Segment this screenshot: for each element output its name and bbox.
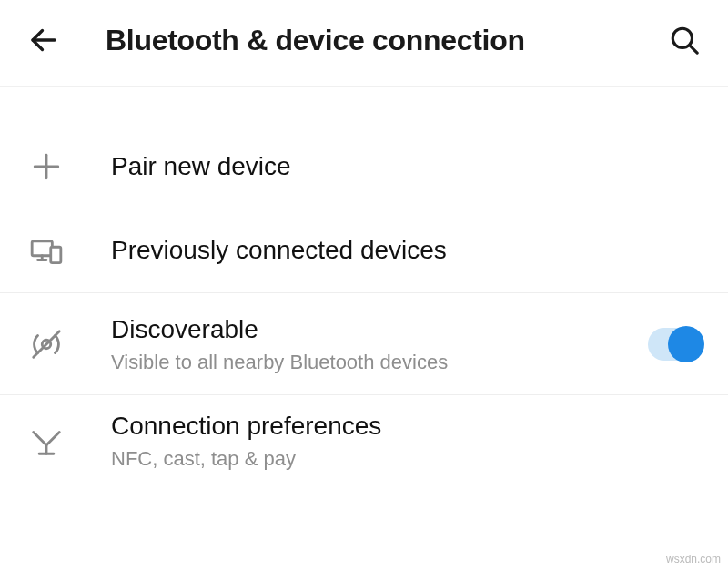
row-text: Pair new device [111, 136, 703, 198]
watermark: wsxdn.com [666, 553, 721, 566]
search-button[interactable] [666, 22, 703, 58]
connection-preferences-row[interactable]: Connection preferences NFC, cast, tap & … [0, 394, 728, 485]
broadcast-icon [25, 323, 67, 365]
page-title: Bluetooth & device connection [106, 24, 666, 57]
plus-icon [25, 146, 67, 188]
svg-rect-5 [32, 240, 52, 255]
back-button[interactable] [25, 22, 62, 58]
row-subtitle: NFC, cast, tap & pay [111, 447, 703, 471]
row-title: Discoverable [111, 313, 648, 346]
devices-icon [25, 230, 67, 272]
header-bar: Bluetooth & device connection [0, 0, 728, 87]
row-subtitle: Visible to all nearby Bluetooth devices [111, 351, 648, 374]
pair-new-device-row[interactable]: Pair new device [0, 125, 728, 209]
toggle-knob [668, 326, 704, 362]
previously-connected-row[interactable]: Previously connected devices [0, 209, 728, 292]
row-title: Connection preferences [111, 410, 703, 443]
row-text: Discoverable Visible to all nearby Bluet… [111, 299, 648, 389]
row-text: Connection preferences NFC, cast, tap & … [111, 395, 703, 485]
svg-rect-8 [51, 247, 61, 262]
row-title: Previously connected devices [111, 234, 703, 267]
svg-line-2 [690, 46, 698, 54]
discoverable-row[interactable]: Discoverable Visible to all nearby Bluet… [0, 292, 728, 394]
antenna-icon [25, 420, 67, 462]
row-text: Previously connected devices [111, 219, 703, 281]
search-icon [669, 25, 700, 56]
row-title: Pair new device [111, 150, 703, 183]
back-arrow-icon [27, 24, 60, 56]
settings-list: Pair new device Previously connected dev… [0, 125, 728, 485]
discoverable-toggle[interactable] [648, 328, 703, 361]
